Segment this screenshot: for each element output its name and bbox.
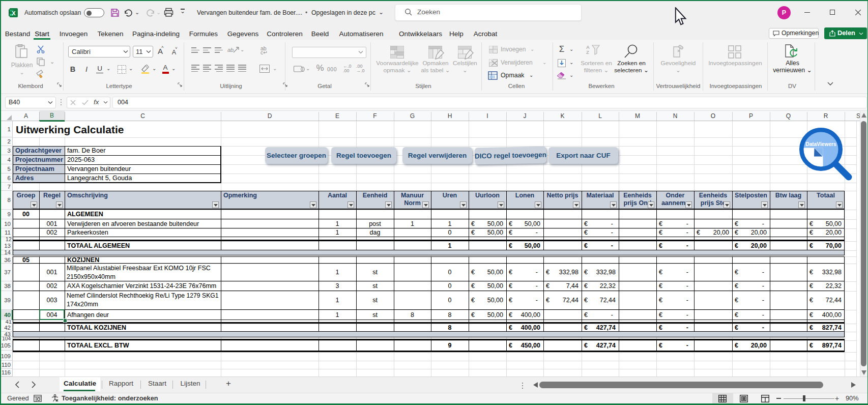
svg-text:X: X — [12, 10, 16, 16]
svg-text:DataViewers: DataViewers — [805, 141, 836, 147]
